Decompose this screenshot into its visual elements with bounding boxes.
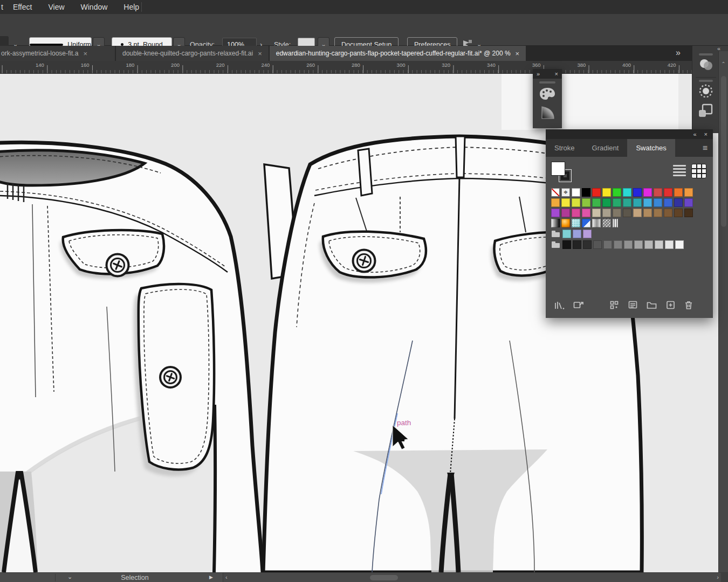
menu-item-help[interactable]: Help [123, 3, 139, 11]
tab-stroke[interactable]: Stroke [546, 139, 583, 157]
color-swatch[interactable] [613, 209, 621, 217]
orange-swatch[interactable] [561, 219, 570, 227]
color-swatch[interactable] [603, 240, 612, 249]
silver-swatch[interactable] [592, 219, 601, 227]
color-swatch[interactable] [643, 188, 652, 197]
color-swatch[interactable] [633, 209, 642, 217]
vertical-scroll-thumb[interactable] [721, 76, 726, 227]
folder-swatch[interactable] [551, 230, 561, 238]
color-swatch[interactable] [614, 240, 622, 249]
horizontal-scroll-thumb[interactable] [370, 575, 398, 580]
close-icon[interactable]: × [704, 131, 708, 137]
add-to-library-icon[interactable] [573, 300, 585, 312]
color-swatch[interactable] [592, 209, 601, 217]
noise-swatch[interactable] [602, 219, 611, 227]
color-swatch[interactable] [654, 188, 662, 197]
color-swatch[interactable] [664, 188, 672, 197]
color-swatch[interactable] [674, 209, 683, 217]
menu-item-view[interactable]: View [48, 3, 64, 11]
dock-panel-button[interactable] [692, 102, 719, 122]
color-swatch[interactable] [654, 198, 662, 207]
color-swatch[interactable] [582, 198, 590, 207]
menu-item-t[interactable]: t [1, 3, 3, 11]
none-swatch[interactable] [551, 188, 560, 197]
swatch-options-icon[interactable] [628, 300, 638, 312]
swatch-kinds-icon[interactable] [609, 300, 620, 312]
stripes-swatch[interactable] [613, 219, 618, 227]
color-swatch[interactable] [573, 230, 581, 238]
color-swatch[interactable] [592, 198, 601, 207]
list-view-icon[interactable] [673, 164, 686, 177]
document-tab[interactable]: ork-assymetrical-loose-fit.a× [0, 46, 115, 61]
registration-swatch[interactable]: ⌖ [561, 188, 570, 197]
tab-overflow-icon[interactable]: » [676, 48, 680, 58]
folder-swatch[interactable] [551, 240, 561, 249]
next-artboard-icon[interactable]: ▶ [209, 574, 213, 580]
expand-icon[interactable]: » [537, 71, 540, 77]
color-swatch[interactable] [624, 240, 633, 249]
dock-panel-button[interactable] [692, 79, 719, 102]
color-swatch[interactable] [674, 188, 683, 197]
delete-swatch-icon[interactable] [684, 300, 693, 312]
color-swatch[interactable] [572, 209, 580, 217]
document-tab[interactable]: double-knee-quilted-cargo-pants-relaxed-… [116, 46, 269, 61]
collapse-icon[interactable]: « [693, 131, 696, 137]
color-swatch[interactable] [623, 188, 631, 197]
color-swatch[interactable] [602, 188, 611, 197]
fill-proxy[interactable] [551, 162, 565, 176]
gradient-icon[interactable] [533, 104, 562, 120]
tab-gradient[interactable]: Gradient [583, 139, 628, 157]
color-swatch[interactable] [675, 240, 684, 249]
color-swatch[interactable] [665, 240, 674, 249]
bw-swatch[interactable] [551, 219, 560, 227]
color-swatch[interactable] [623, 198, 631, 207]
color-swatch[interactable] [583, 240, 592, 249]
tab-close-icon[interactable]: × [516, 50, 520, 58]
color-swatch[interactable] [593, 240, 602, 249]
dots-swatch[interactable] [572, 219, 580, 227]
color-swatch[interactable] [643, 198, 652, 207]
color-swatch[interactable] [655, 240, 663, 249]
scroll-right-icon[interactable]: › [717, 574, 719, 580]
dock-panel-button[interactable] [692, 52, 719, 75]
color-swatch[interactable] [561, 198, 570, 207]
color-swatch[interactable] [572, 198, 580, 207]
swatch-libraries-icon[interactable] [553, 300, 565, 312]
color-swatch[interactable] [634, 240, 643, 249]
color-swatch[interactable] [633, 198, 642, 207]
document-tab[interactable]: edwardian-hunting-cargo-pants-flap-pocke… [270, 46, 526, 61]
tab-close-icon[interactable]: × [83, 50, 87, 58]
new-color-group-icon[interactable] [646, 300, 658, 312]
menu-item-window[interactable]: Window [81, 3, 108, 11]
color-swatch[interactable] [602, 209, 611, 217]
color-swatch[interactable] [582, 188, 590, 197]
color-swatch[interactable] [572, 188, 580, 197]
color-swatch[interactable] [643, 209, 652, 217]
color-swatch[interactable] [684, 188, 693, 197]
color-swatch[interactable] [613, 188, 621, 197]
color-palette-icon[interactable] [533, 87, 562, 101]
color-swatch[interactable] [551, 209, 560, 217]
panel-menu-icon[interactable]: ≡ [703, 143, 708, 153]
scroll-left-icon[interactable]: ‹ [225, 574, 228, 580]
fill-stroke-proxy[interactable] [551, 162, 576, 186]
color-swatch[interactable] [562, 230, 571, 238]
menu-item-effect[interactable]: Effect [13, 3, 32, 11]
color-swatch[interactable] [654, 209, 662, 217]
new-swatch-icon[interactable] [665, 300, 676, 312]
grid-view-icon[interactable] [691, 164, 706, 178]
color-swatch[interactable] [561, 209, 570, 217]
horizontal-scrollbar[interactable]: ‹ › [223, 573, 721, 582]
color-swatch[interactable] [551, 198, 560, 207]
scroll-up-icon[interactable]: ⌃ [719, 61, 728, 67]
zoom-dropdown-icon[interactable]: ⌄ [67, 573, 72, 580]
ruler[interactable]: 1401601802002202402602803003203403603804… [0, 61, 719, 74]
color-swatch[interactable] [684, 198, 693, 207]
vertical-scrollbar[interactable]: ⌃ [718, 51, 728, 572]
color-swatch[interactable] [633, 188, 642, 197]
tab-close-icon[interactable]: × [258, 50, 262, 58]
color-swatch[interactable] [602, 198, 611, 207]
close-icon[interactable]: × [555, 71, 558, 77]
blue-swatch[interactable] [582, 219, 590, 227]
color-swatch[interactable] [573, 240, 581, 249]
